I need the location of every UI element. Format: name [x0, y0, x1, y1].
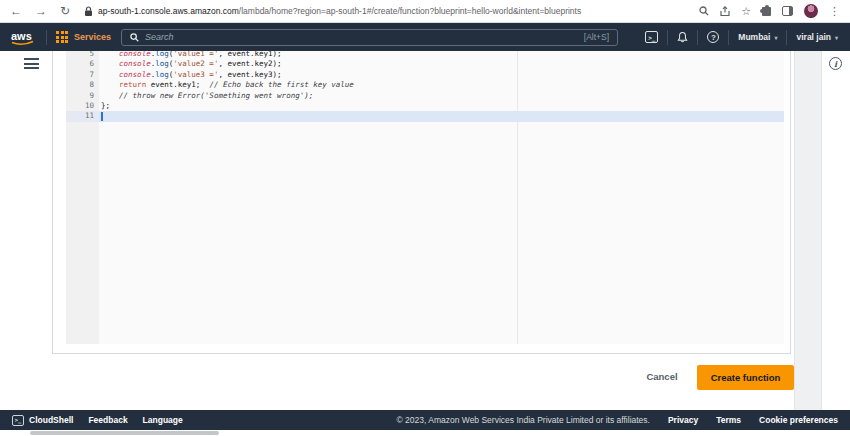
- gutter-line-number: 6: [66, 59, 99, 69]
- code-token-plain: [101, 70, 119, 79]
- editor-code-lines: console.log('value1 =', event.key1); con…: [99, 51, 784, 122]
- share-icon[interactable]: [720, 6, 730, 17]
- blueprint-code-card: 567891011 console.log('value1 =', event.…: [52, 51, 791, 354]
- code-line[interactable]: console.log('value3 =', event.key3);: [99, 70, 784, 80]
- code-token-plain: event.key1;: [146, 80, 209, 89]
- browser-action-icons: ☆ ⋮: [699, 4, 840, 18]
- code-token-comment: // throw new Error('Something went wrong…: [119, 91, 313, 100]
- gutter-line-number: 7: [66, 70, 99, 80]
- code-line[interactable]: console.log('value2 =', event.key2);: [99, 59, 784, 69]
- browser-toolbar: ← → ↻ ap-south-1.console.aws.amazon.com/…: [0, 0, 850, 23]
- code-line[interactable]: return event.key1; // Echo back the firs…: [99, 80, 784, 90]
- side-nav-toggle[interactable]: [24, 58, 39, 72]
- padlock-icon: [84, 6, 93, 17]
- url-domain: ap-south-1.console.aws.amazon.com: [98, 6, 239, 16]
- region-selector[interactable]: Mumbai ▾: [738, 32, 777, 42]
- search-icon[interactable]: [699, 6, 709, 16]
- code-token-plain: , event.key2);: [218, 59, 281, 68]
- gutter-line-number: 5: [66, 51, 99, 59]
- code-line[interactable]: // throw new Error('Something went wrong…: [99, 91, 784, 101]
- profile-avatar[interactable]: [804, 4, 818, 18]
- page-content: 567891011 console.log('value1 =', event.…: [0, 51, 850, 410]
- code-editor: 567891011 console.log('value1 =', event.…: [66, 51, 784, 344]
- nav-utilities: >_ ? Mumbai ▾ viral jain ▾: [645, 30, 838, 45]
- account-menu[interactable]: viral jain ▾: [796, 32, 838, 42]
- search-input[interactable]: [145, 32, 578, 42]
- region-label: Mumbai: [738, 32, 770, 42]
- url-text: ap-south-1.console.aws.amazon.com/lambda…: [98, 6, 581, 16]
- code-token-plain: [101, 51, 119, 58]
- console-footer: >_ CloudShell Feedback Language © 2023, …: [0, 410, 850, 430]
- info-icon[interactable]: i: [829, 57, 842, 70]
- notifications-bell-icon[interactable]: [677, 31, 688, 43]
- code-token-fn: log: [155, 70, 169, 79]
- aws-lambda-console-window: ← → ↻ ap-south-1.console.aws.amazon.com/…: [0, 0, 850, 436]
- gutter-line-number: 10: [66, 101, 99, 111]
- terms-link[interactable]: Terms: [716, 415, 741, 425]
- forward-icon[interactable]: →: [35, 5, 47, 17]
- code-token-plain: , event.key1);: [218, 51, 281, 58]
- code-token-comment: // Echo back the first key value: [209, 80, 354, 89]
- gutter-line-number: 8: [66, 80, 99, 90]
- code-line[interactable]: };: [99, 101, 784, 111]
- bookmark-star-icon[interactable]: ☆: [741, 6, 751, 17]
- nav-divider: [697, 30, 698, 45]
- back-icon[interactable]: ←: [10, 5, 22, 17]
- reload-icon[interactable]: ↻: [60, 5, 70, 17]
- horizontal-scrollbar: [0, 430, 850, 436]
- privacy-link[interactable]: Privacy: [668, 415, 698, 425]
- cancel-button[interactable]: Cancel: [633, 368, 691, 384]
- code-token-builtin: console: [119, 59, 151, 68]
- editor-code-area[interactable]: console.log('value1 =', event.key1); con…: [99, 51, 784, 344]
- cookie-preferences-link[interactable]: Cookie preferences: [759, 415, 838, 425]
- code-token-fn: log: [155, 59, 169, 68]
- help-panel-divider: [794, 51, 822, 410]
- services-grid-icon: [56, 31, 68, 43]
- code-token-plain: , event.key3);: [218, 70, 281, 79]
- side-panel-icon[interactable]: [782, 6, 793, 16]
- nav-divider: [786, 30, 787, 45]
- url-path: /lambda/home?region=ap-south-1#/create/f…: [239, 6, 581, 16]
- aws-logo[interactable]: aws: [10, 29, 37, 46]
- scrollbar-thumb[interactable]: [30, 431, 219, 435]
- aws-logo-text: aws: [11, 30, 32, 42]
- nav-divider: [46, 30, 47, 45]
- aws-top-nav: aws Services [Alt+S] >_ ?: [0, 23, 850, 51]
- code-token-string: 'value1 =': [173, 51, 218, 58]
- footer-left: >_ CloudShell Feedback Language: [12, 415, 183, 426]
- code-token-string: 'value2 =': [173, 59, 218, 68]
- search-icon: [130, 33, 139, 42]
- search-shortcut-hint: [Alt+S]: [584, 32, 609, 42]
- cloudshell-icon: >_: [12, 415, 24, 426]
- code-token-fn: log: [155, 51, 169, 58]
- services-menu[interactable]: Services: [56, 31, 111, 43]
- cloudshell-label: CloudShell: [29, 415, 73, 425]
- code-token-plain: [101, 59, 119, 68]
- nav-divider: [667, 30, 668, 45]
- text-cursor: [101, 112, 103, 122]
- chevron-down-icon: ▾: [835, 34, 838, 41]
- console-search-box[interactable]: [Alt+S]: [121, 29, 618, 46]
- code-line[interactable]: [99, 111, 784, 121]
- code-token-builtin: console: [119, 70, 151, 79]
- create-function-button[interactable]: Create function: [697, 365, 794, 390]
- copyright-text: © 2023, Amazon Web Services India Privat…: [396, 415, 650, 425]
- editor-gutter-lines: 567891011: [66, 51, 99, 122]
- code-token-plain: };: [101, 101, 110, 110]
- cloudshell-button[interactable]: >_ CloudShell: [12, 415, 73, 426]
- code-token-plain: [101, 91, 119, 100]
- extensions-icon[interactable]: [762, 7, 771, 16]
- address-bar[interactable]: ap-south-1.console.aws.amazon.com/lambda…: [84, 6, 581, 17]
- feedback-link[interactable]: Feedback: [88, 415, 127, 425]
- cloudshell-icon[interactable]: >_: [645, 31, 658, 43]
- language-link[interactable]: Language: [143, 415, 183, 425]
- gutter-line-number: 11: [66, 111, 99, 121]
- code-token-keyword: return: [119, 80, 146, 89]
- help-icon[interactable]: ?: [707, 31, 719, 43]
- browser-menu-icon[interactable]: ⋮: [829, 6, 840, 17]
- code-token-builtin: console: [119, 51, 151, 58]
- code-line[interactable]: console.log('value1 =', event.key1);: [99, 51, 784, 59]
- footer-right: © 2023, Amazon Web Services India Privat…: [396, 415, 838, 425]
- code-token-string: 'value3 =': [173, 70, 218, 79]
- gutter-line-number: 9: [66, 91, 99, 101]
